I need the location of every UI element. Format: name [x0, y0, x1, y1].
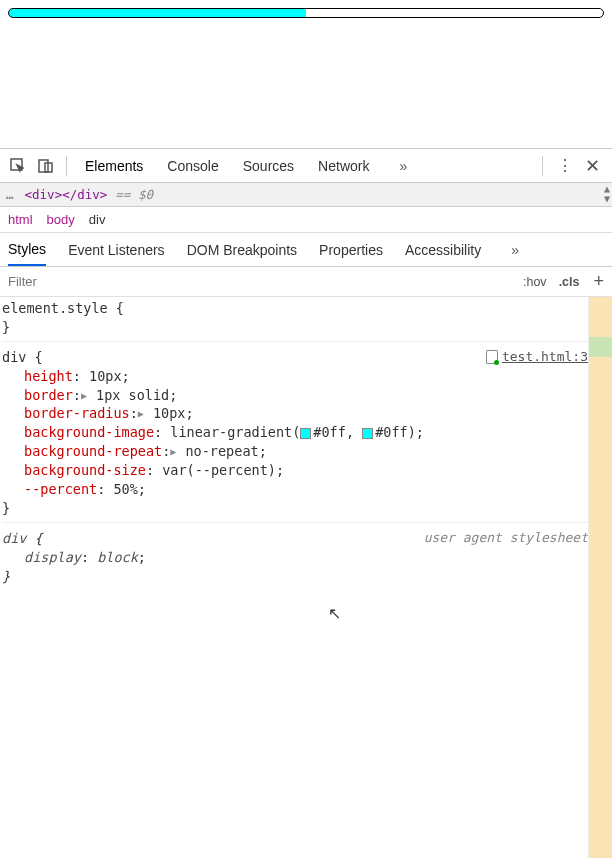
- styles-filter-row: :hov .cls +: [0, 267, 612, 297]
- expand-icon[interactable]: ▶: [81, 389, 87, 403]
- expand-icon[interactable]: ▶: [170, 445, 176, 459]
- main-tabs: Elements Console Sources Network »: [73, 152, 532, 180]
- progress-bar-element[interactable]: [8, 8, 604, 18]
- separator: [542, 156, 543, 176]
- page-preview: [0, 0, 612, 148]
- ua-stylesheet-note: user agent stylesheet: [424, 529, 588, 547]
- rule-div[interactable]: test.html:3 div { height: 10px; border:▶…: [2, 348, 588, 523]
- color-swatch-icon[interactable]: [362, 428, 373, 439]
- file-icon: [486, 350, 498, 364]
- dom-equals-ref: == $0: [115, 187, 153, 202]
- new-rule-button[interactable]: +: [585, 271, 612, 292]
- inspect-icon[interactable]: [4, 152, 32, 180]
- dom-open-tag: <div>: [25, 187, 63, 202]
- subtab-event-listeners[interactable]: Event Listeners: [68, 235, 165, 265]
- styles-body: element.style { } test.html:3 div { heig…: [0, 297, 612, 858]
- close-icon[interactable]: ✕: [581, 155, 604, 177]
- hov-toggle[interactable]: :hov: [517, 275, 553, 289]
- subtab-properties[interactable]: Properties: [319, 235, 383, 265]
- color-swatch-icon[interactable]: [300, 428, 311, 439]
- kebab-menu-icon[interactable]: ⋮: [557, 156, 573, 175]
- subtab-dom-breakpoints[interactable]: DOM Breakpoints: [187, 235, 297, 265]
- svg-rect-1: [39, 160, 48, 172]
- selector: element.style: [2, 300, 108, 316]
- tab-console[interactable]: Console: [165, 152, 220, 180]
- styles-subtabs: Styles Event Listeners DOM Breakpoints P…: [0, 233, 612, 267]
- subtab-accessibility[interactable]: Accessibility: [405, 235, 481, 265]
- expand-icon[interactable]: ▶: [138, 407, 144, 421]
- tabs-overflow-icon[interactable]: »: [391, 158, 415, 174]
- selector: div: [2, 349, 26, 365]
- tab-elements[interactable]: Elements: [83, 152, 145, 180]
- selector: div: [2, 530, 26, 546]
- styles-rules[interactable]: element.style { } test.html:3 div { heig…: [0, 297, 588, 858]
- breadcrumb-body[interactable]: body: [47, 212, 75, 227]
- cls-toggle[interactable]: .cls: [553, 275, 586, 289]
- dom-scroll-icon[interactable]: ▲▼: [604, 184, 610, 204]
- breadcrumb-html[interactable]: html: [8, 212, 33, 227]
- device-toggle-icon[interactable]: [32, 152, 60, 180]
- rule-element-style[interactable]: element.style { }: [2, 299, 588, 342]
- separator: [66, 156, 67, 176]
- box-model-sidebar[interactable]: [588, 297, 612, 858]
- breadcrumb: html body div: [0, 207, 612, 233]
- rule-user-agent: user agent stylesheet div { display: blo…: [2, 529, 588, 590]
- subtabs-overflow-icon[interactable]: »: [503, 242, 527, 258]
- tab-sources[interactable]: Sources: [241, 152, 296, 180]
- dom-ellipsis: …: [6, 187, 15, 202]
- tab-network[interactable]: Network: [316, 152, 371, 180]
- styles-filter-input[interactable]: [0, 274, 517, 289]
- devtools-toolbar: Elements Console Sources Network » ⋮ ✕: [0, 149, 612, 183]
- source-link[interactable]: test.html:3: [486, 348, 588, 366]
- dom-close-tag: </div>: [62, 187, 107, 202]
- dom-selected-strip[interactable]: … <div></div> == $0 ▲▼: [0, 183, 612, 207]
- breadcrumb-div[interactable]: div: [89, 212, 106, 227]
- devtools-panel: Elements Console Sources Network » ⋮ ✕ ……: [0, 148, 612, 858]
- subtab-styles[interactable]: Styles: [8, 234, 46, 266]
